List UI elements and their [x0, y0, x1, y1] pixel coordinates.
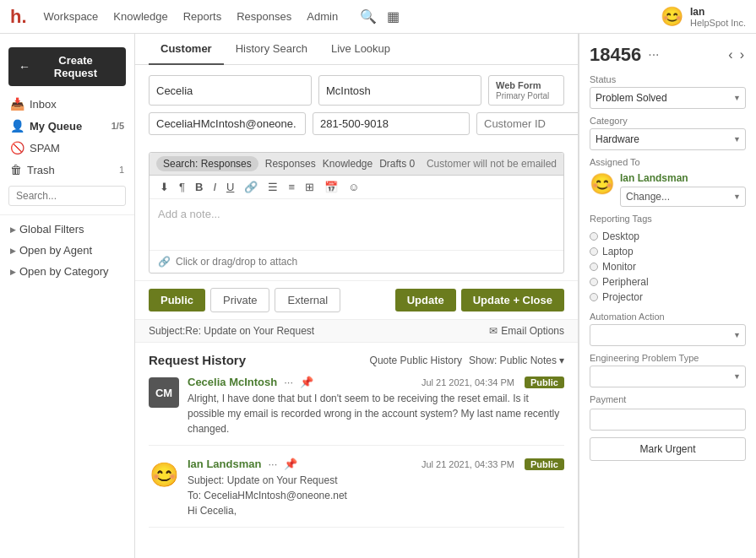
toolbar-table[interactable]: ⊞	[302, 179, 318, 195]
tab-history-search[interactable]: History Search	[224, 34, 319, 65]
ticket-next-button[interactable]: ›	[738, 46, 746, 64]
toolbar-underline[interactable]: U	[223, 179, 237, 195]
subject-label: Subject:	[149, 325, 185, 337]
update-button[interactable]: Update	[395, 289, 456, 312]
ticket-prev-button[interactable]: ‹	[726, 46, 734, 64]
engineering-select[interactable]	[590, 366, 746, 387]
toolbar-calendar[interactable]: 📅	[321, 179, 341, 195]
history-header: Request History Quote Public History Sho…	[149, 353, 564, 367]
sidebar-item-trash[interactable]: 🗑 Trash 1	[0, 159, 134, 181]
history-time-2: Jul 21 2021, 04:33 PM	[422, 459, 514, 469]
engineering-select-wrap	[590, 366, 746, 387]
mark-urgent-button[interactable]: Mark Urgent	[590, 437, 746, 461]
email-options[interactable]: ✉ Email Options	[489, 325, 564, 337]
toolbar-paragraph[interactable]: ¶	[176, 179, 188, 195]
tag-monitor[interactable]: Monitor	[590, 259, 746, 274]
sidebar-item-my-queue[interactable]: 👤 My Queue 1/5	[0, 115, 134, 137]
quote-public-history-link[interactable]: Quote Public History	[370, 355, 462, 366]
history-author-1[interactable]: Cecelia McIntosh	[188, 376, 277, 388]
external-button[interactable]: External	[275, 288, 340, 312]
tag-label-monitor: Monitor	[602, 261, 636, 273]
history-subject-line: Subject: Update on Your Request	[188, 473, 564, 488]
toolbar-download[interactable]: ⬇	[156, 179, 172, 195]
sidebar-item-inbox[interactable]: 📥 Inbox	[0, 93, 134, 115]
grid-icon[interactable]: ▦	[387, 8, 400, 24]
email-icon: ✉	[489, 325, 498, 337]
public-button[interactable]: Public	[149, 289, 205, 312]
user-avatar: 😊	[661, 6, 683, 28]
toolbar-bold[interactable]: B	[192, 179, 206, 195]
tag-label-peripheral: Peripheral	[602, 276, 649, 288]
sidebar-open-by-agent[interactable]: Open by Agent	[0, 240, 134, 261]
sidebar: Create Request 📥 Inbox 👤 My Queue 1/5 🚫 …	[0, 34, 135, 558]
sidebar-search-input[interactable]	[8, 186, 126, 206]
tag-dot-peripheral	[590, 278, 598, 286]
tab-customer[interactable]: Customer	[149, 34, 224, 65]
ticket-number: 18456	[590, 44, 641, 66]
history-pin-2[interactable]: 📌	[284, 458, 297, 470]
sidebar-open-by-category[interactable]: Open by Category	[0, 261, 134, 282]
automation-select[interactable]	[590, 324, 746, 346]
toolbar-link[interactable]: 🔗	[241, 179, 261, 195]
first-name-field[interactable]	[149, 75, 312, 106]
chevron-down-icon: ▾	[559, 355, 564, 366]
history-dots-2[interactable]: ···	[268, 458, 277, 470]
update-close-button[interactable]: Update + Close	[461, 289, 564, 312]
assigned-label: Assigned To	[590, 157, 746, 167]
assigned-name[interactable]: Ian Landsman	[620, 172, 746, 184]
tag-desktop[interactable]: Desktop	[590, 229, 746, 244]
history-badge-2: Public	[525, 458, 564, 470]
tag-laptop[interactable]: Laptop	[590, 244, 746, 259]
create-request-button[interactable]: Create Request	[8, 47, 126, 86]
customer-form: Web Form Primary Portal	[135, 65, 578, 152]
web-form-sub: Primary Portal	[496, 91, 557, 100]
payment-label: Payment	[590, 394, 746, 404]
search-icon[interactable]: 🔍	[360, 8, 377, 24]
last-name-field[interactable]	[318, 75, 481, 106]
tab-live-lookup[interactable]: Live Lookup	[319, 34, 402, 65]
sidebar-global-filters[interactable]: Global Filters	[0, 219, 134, 240]
private-button[interactable]: Private	[210, 288, 269, 312]
sidebar-item-spam[interactable]: 🚫 SPAM	[0, 137, 134, 159]
toolbar-emoji[interactable]: ☺	[345, 179, 362, 195]
search-responses-pill[interactable]: Search: Responses	[156, 156, 258, 171]
toolbar-ordered-list[interactable]: ≡	[285, 179, 298, 195]
knowledge-link[interactable]: Knowledge	[323, 158, 373, 170]
tag-projector[interactable]: Projector	[590, 290, 746, 305]
phone-field[interactable]	[313, 112, 470, 135]
email-options-label: Email Options	[501, 325, 564, 337]
attach-icon: 🔗	[158, 256, 171, 268]
history-content-2: Ian Landsman ··· 📌 Jul 21 2021, 04:33 PM…	[188, 458, 564, 518]
tags-section: Desktop Laptop Monitor Peripheral Projec…	[590, 229, 746, 305]
not-emailed-text: Customer will not be emailed	[427, 158, 557, 170]
category-label: Category	[590, 116, 746, 126]
ticket-more-icon[interactable]: ···	[648, 47, 659, 62]
email-field[interactable]	[149, 112, 306, 135]
note-body[interactable]: Add a note...	[150, 199, 563, 250]
nav-responses[interactable]: Responses	[237, 10, 291, 23]
nav-reports[interactable]: Reports	[183, 10, 222, 23]
responses-link[interactable]: Responses	[265, 158, 316, 170]
tag-label-desktop: Desktop	[602, 230, 639, 242]
show-dropdown[interactable]: Show: Public Notes ▾	[469, 355, 564, 366]
nav-admin[interactable]: Admin	[307, 10, 338, 23]
tag-peripheral[interactable]: Peripheral	[590, 274, 746, 290]
history-dots-1[interactable]: ···	[284, 376, 293, 388]
toolbar-unordered-list[interactable]: ☰	[264, 179, 281, 195]
history-pin-1[interactable]: 📌	[300, 376, 313, 388]
right-panel: 18456 ··· ‹ › Status Problem Solved Cate…	[579, 34, 756, 558]
status-select[interactable]: Problem Solved	[590, 87, 746, 109]
assigned-change-select[interactable]: Change...	[620, 187, 746, 207]
reporting-tags-label: Reporting Tags	[590, 214, 746, 224]
nav-knowledge[interactable]: Knowledge	[113, 10, 167, 23]
logo[interactable]: h.	[10, 6, 27, 28]
payment-input[interactable]	[590, 409, 746, 431]
nav-workspace[interactable]: Workspace	[44, 10, 99, 23]
toolbar-italic[interactable]: I	[209, 179, 220, 195]
tag-dot-monitor	[590, 263, 598, 271]
drafts-link[interactable]: Drafts 0	[379, 158, 415, 170]
attach-area[interactable]: 🔗 Click or drag/drop to attach	[150, 250, 563, 273]
customer-id-field[interactable]	[476, 112, 579, 135]
category-select[interactable]: Hardware	[590, 128, 746, 150]
history-author-2[interactable]: Ian Landsman	[188, 458, 261, 470]
